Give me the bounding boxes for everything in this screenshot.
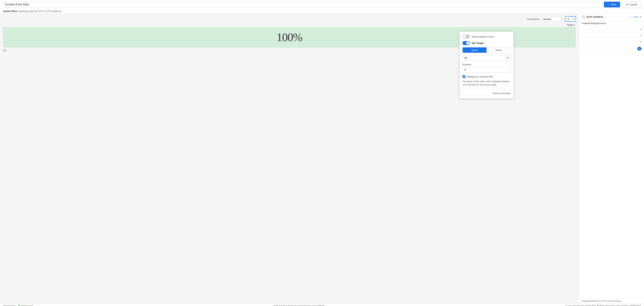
panel-section-header-1[interactable]: ▾ — [579, 26, 644, 32]
baseline-input[interactable] — [462, 67, 510, 72]
data-source-title: DATA SOURCE — [586, 16, 603, 18]
panel-section-3: ▾ — [579, 39, 644, 45]
collapse-button[interactable]: ▾ — [640, 16, 642, 18]
bottom-bar: camunda-bpm Elasticsearch Date and Time … — [0, 304, 644, 306]
database-icon: ⬜ — [582, 15, 585, 18]
save-button[interactable]: ✓ Save — [604, 2, 620, 8]
filter-bar: Applied filters. Displaying data from 37… — [0, 9, 644, 14]
direction-buttons: above below — [462, 47, 510, 53]
cancel-button[interactable]: ⊘ Cancel — [622, 2, 641, 8]
show-instance-count-row: Show Instance Count — [462, 34, 510, 38]
reset-defaults-button[interactable]: Reset to Defaults — [462, 91, 510, 96]
top-bar: ✓ Save ⊘ Cancel — [0, 0, 644, 9]
settings-popup: Show Instance Count Set Target above bel… — [460, 32, 514, 98]
above-button[interactable]: above — [463, 48, 486, 53]
panel-header-left: ⬜ DATA SOURCE — [582, 15, 603, 18]
set-target-label: Set Target — [472, 42, 484, 44]
badge: 1 — [637, 47, 641, 51]
viz-label: Visualization — [526, 18, 540, 20]
baseline-label: Baseline — [462, 63, 510, 66]
chevron-down-icon-2: ▾ — [640, 34, 642, 37]
gear-icon-button[interactable]: ⚙ — [566, 17, 572, 21]
below-button[interactable]: below — [486, 48, 510, 53]
panel-header: ⬜ DATA SOURCE ＋ + Add ▾ — [579, 14, 644, 20]
chevron-down-icon-3: ▾ — [640, 41, 642, 43]
timezone-label: Date and Time displayed in local timezon… — [274, 304, 324, 306]
main-layout: Visualization Number ▾ ⚙ ▾ Target > 100%… — [0, 14, 644, 304]
settings-expand-button[interactable]: ▾ — [572, 17, 576, 21]
target-unit: % — [505, 55, 510, 60]
target-label: Target > — [3, 24, 576, 26]
settings-button[interactable]: ⚙ ▾ — [565, 16, 576, 22]
panel-section-header-2[interactable]: ▾ — [579, 32, 644, 39]
panel-section-1: ▾ — [579, 26, 644, 32]
kpi-label: Display as a process KPI — [467, 75, 493, 78]
kpi-row: Display as a process KPI — [462, 75, 510, 78]
panel-header-right: ＋ + Add ▾ — [629, 15, 642, 18]
source2-label: Elasticsearch — [18, 304, 33, 306]
chart-area: Visualization Number ▾ ⚙ ▾ Target > 100%… — [0, 14, 579, 304]
chevron-down-icon: ▾ — [560, 17, 564, 21]
add-icon: ＋ — [629, 15, 632, 18]
elasticsearch-dot — [18, 305, 20, 306]
show-instance-count-toggle[interactable] — [462, 34, 470, 38]
add-button[interactable]: ＋ + Add — [629, 15, 638, 18]
set-target-row: Set Target — [462, 41, 510, 45]
source1-label: camunda-bpm — [3, 304, 16, 306]
target-input-row: % — [462, 55, 510, 61]
set-target-toggle[interactable] — [462, 41, 470, 45]
kpi-description: The status of this metric will be displa… — [462, 80, 510, 86]
panel-data-info: Displaying data from 3722 of 3722 instan… — [579, 298, 644, 304]
title-input[interactable] — [3, 2, 602, 8]
set-target-slider — [462, 41, 470, 45]
viz-select-wrapper: Number ▾ — [541, 17, 564, 22]
datasource-name: AnalysisTestingProcess — [579, 20, 644, 26]
panel-section-header-3[interactable]: ▾ — [579, 39, 644, 45]
panel-nav: 1 › — [579, 45, 644, 52]
right-panel: ⬜ DATA SOURCE ＋ + Add ▾ AnalysisTestingP… — [579, 14, 644, 304]
chevron-down-icon-1: ▾ — [640, 28, 642, 30]
toggle-slider — [462, 34, 470, 38]
viz-select[interactable]: Number — [541, 17, 560, 21]
nav-chevron-button[interactable]: › — [641, 47, 642, 50]
kpi-checkbox[interactable] — [462, 75, 465, 78]
cancel-icon: ⊘ — [626, 3, 628, 6]
target-value-input[interactable] — [463, 55, 505, 60]
copyright-label: © Camunda Services GmbH 2022, All Rights… — [566, 304, 641, 306]
viz-row: Visualization Number ▾ ⚙ ▾ — [3, 16, 576, 22]
bottom-left: camunda-bpm Elasticsearch — [3, 304, 33, 306]
checkmark-icon: ✓ — [608, 3, 610, 6]
panel-section-2: ▾ — [579, 32, 644, 39]
show-instance-count-label: Show Instance Count — [472, 35, 494, 38]
